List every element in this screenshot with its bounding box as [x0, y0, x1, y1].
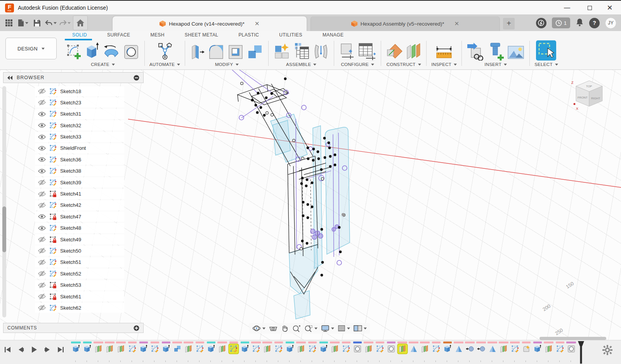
tab-mesh[interactable]: MESH: [141, 31, 175, 39]
redo-icon[interactable]: [59, 17, 71, 29]
timeline-feature-draft[interactable]: [453, 341, 464, 354]
tab-close-icon[interactable]: ✕: [255, 20, 260, 27]
insert-canvas-button[interactable]: [507, 45, 525, 61]
browser-sketch-row[interactable]: Sketch47: [35, 211, 124, 222]
timeline-feature-hole[interactable]: [565, 341, 577, 354]
offset-plane-button[interactable]: [405, 43, 422, 61]
timeline-feature-extrude[interactable]: [284, 341, 295, 354]
browser-sketch-row[interactable]: Sketch61: [35, 291, 124, 302]
group-label-insert[interactable]: INSERT: [484, 62, 507, 67]
timeline-feature-plane[interactable]: [217, 341, 228, 354]
look-at-icon[interactable]: [269, 325, 278, 332]
comments-bar[interactable]: COMMENTS: [3, 323, 144, 333]
browser-sketch-row[interactable]: Sketch41: [35, 189, 124, 199]
timeline-feature-plane[interactable]: [115, 341, 127, 354]
window-maximize-button[interactable]: [581, 1, 598, 15]
visibility-eye-icon[interactable]: [38, 123, 46, 128]
timeline-feature-plane[interactable]: [543, 341, 554, 354]
modeling-canvas[interactable]: BROWSER Sketch18 Sketch23 Sketch31 Sketc…: [0, 70, 621, 340]
timeline-feature-plane[interactable]: [93, 341, 104, 354]
window-close-button[interactable]: ✕: [601, 1, 619, 15]
timeline-step-forward-button[interactable]: [43, 345, 52, 354]
timeline-feature-sketch[interactable]: [149, 341, 160, 354]
create-sketch-button[interactable]: [66, 43, 82, 61]
timeline-feature-sketch[interactable]: [250, 341, 262, 354]
browser-sketch-row[interactable]: Sketch48: [35, 223, 124, 233]
pan-icon[interactable]: [281, 324, 289, 332]
visibility-eye-icon[interactable]: [38, 293, 46, 300]
visibility-eye-icon[interactable]: [38, 111, 46, 117]
visibility-eye-icon[interactable]: [38, 214, 46, 219]
visibility-eye-icon[interactable]: [38, 146, 46, 151]
tab-surface[interactable]: SURFACE: [97, 31, 140, 39]
timeline-feature-plane[interactable]: [104, 341, 115, 354]
group-label-select[interactable]: SELECT: [534, 62, 558, 67]
extensions-icon[interactable]: [536, 18, 546, 28]
revolve-button[interactable]: [102, 43, 120, 61]
browser-sketch-row[interactable]: ShieldFront: [35, 143, 124, 153]
timeline-feature-plane[interactable]: [397, 341, 408, 354]
group-label-construct[interactable]: CONSTRUCT: [387, 62, 421, 67]
fillet-button[interactable]: [208, 43, 225, 61]
minimize-panel-icon[interactable]: [134, 75, 139, 81]
viewports-icon[interactable]: [354, 325, 367, 332]
hole-button[interactable]: [123, 43, 140, 61]
press-pull-button[interactable]: [190, 43, 205, 61]
visibility-eye-icon[interactable]: [38, 157, 46, 162]
home-view-button[interactable]: [73, 16, 88, 30]
timeline-feature-sketch[interactable]: [307, 341, 318, 354]
visibility-eye-icon[interactable]: [38, 270, 46, 277]
browser-sketch-row[interactable]: Sketch18: [35, 86, 124, 96]
browser-sketch-row[interactable]: Sketch51: [35, 257, 124, 267]
visibility-eye-icon[interactable]: [38, 179, 46, 185]
timeline-feature-plane[interactable]: [498, 341, 509, 354]
browser-sketch-row[interactable]: Sketch53: [35, 280, 124, 290]
timeline-feature-sketch[interactable]: [127, 341, 138, 354]
tab-manage[interactable]: MANAGE: [312, 31, 354, 39]
timeline-feature-hole[interactable]: [352, 341, 363, 354]
configure-button[interactable]: [339, 42, 355, 61]
new-tab-button[interactable]: +: [503, 18, 515, 29]
timeline-feature-sketch[interactable]: [430, 341, 442, 354]
visibility-eye-icon[interactable]: [38, 236, 46, 243]
construct-plane-button[interactable]: [386, 43, 403, 61]
timeline-feature-extrude[interactable]: [442, 341, 453, 354]
browser-sketch-row[interactable]: Sketch52: [35, 269, 124, 279]
measure-button[interactable]: [435, 44, 453, 61]
timeline-feature-draft[interactable]: [408, 341, 419, 354]
timeline-feature-plane[interactable]: [419, 341, 430, 354]
timeline-settings-gear-icon[interactable]: [602, 345, 612, 357]
timeline-feature-move[interactable]: [475, 341, 487, 354]
timeline-feature-plane[interactable]: [329, 341, 340, 354]
group-label-configure[interactable]: CONFIGURE: [341, 62, 374, 67]
timeline-play-button[interactable]: [29, 345, 39, 354]
save-icon[interactable]: [31, 17, 43, 29]
timeline-feature-extrude[interactable]: [82, 341, 93, 354]
configuration-table-button[interactable]: [357, 42, 376, 61]
display-settings-icon[interactable]: [321, 324, 334, 332]
group-label-automate[interactable]: AUTOMATE: [149, 62, 180, 67]
window-minimize-button[interactable]: —: [558, 1, 576, 15]
timeline-go-to-end-button[interactable]: [56, 345, 65, 354]
browser-sketch-row[interactable]: Sketch31: [35, 109, 124, 119]
tab-solid[interactable]: SOLID: [62, 31, 97, 39]
visibility-eye-icon[interactable]: [38, 134, 46, 140]
timeline-feature-plane[interactable]: [262, 341, 273, 354]
combine-button[interactable]: [246, 43, 264, 61]
timeline-step-back-button[interactable]: [16, 345, 26, 354]
visibility-eye-icon[interactable]: [38, 248, 46, 254]
browser-scrollbar-thumb[interactable]: [2, 206, 6, 252]
timeline-feature-move[interactable]: [464, 341, 475, 354]
fit-icon[interactable]: [304, 324, 317, 332]
visibility-eye-icon[interactable]: [38, 305, 46, 311]
notifications-bell-icon[interactable]: [576, 18, 584, 28]
browser-sketch-row[interactable]: Sketch23: [35, 97, 124, 107]
tab-utilities[interactable]: UTILITIES: [269, 31, 312, 39]
add-comment-icon[interactable]: [134, 325, 139, 331]
timeline-feature-plane[interactable]: [363, 341, 374, 354]
zoom-icon[interactable]: [292, 324, 301, 332]
view-cube[interactable]: Z TOP FRONT RIGHT X: [570, 75, 607, 111]
group-label-assemble[interactable]: ASSEMBLE: [286, 62, 316, 67]
timeline-feature-extrude[interactable]: [205, 341, 217, 354]
timeline-feature-extrude[interactable]: [239, 341, 250, 354]
